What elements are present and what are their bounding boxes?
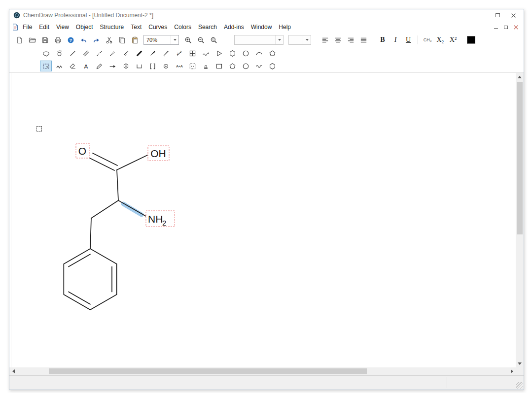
- table-tool[interactable]: [186, 48, 198, 59]
- bond-calpha-nh2[interactable]: [118, 200, 146, 216]
- zoom-selection-button[interactable]: [208, 34, 219, 45]
- help-button[interactable]: ?: [65, 34, 76, 45]
- arrow-tool[interactable]: [106, 61, 118, 71]
- dashed-bond-tool[interactable]: [93, 48, 105, 59]
- subscript-button[interactable]: X₂: [434, 34, 446, 45]
- align-right-button[interactable]: [345, 34, 356, 45]
- menu-text[interactable]: Text: [127, 22, 145, 32]
- menu-addins[interactable]: Add-ins: [220, 22, 248, 32]
- dropdown-arrow-icon[interactable]: [303, 35, 311, 44]
- align-left-button[interactable]: [319, 34, 331, 45]
- atom-label-o[interactable]: O: [78, 145, 86, 157]
- open-button[interactable]: [26, 34, 38, 45]
- redo-button[interactable]: [90, 34, 102, 45]
- bond-c-calpha[interactable]: [117, 170, 118, 200]
- bold-bond-tool[interactable]: [133, 48, 145, 59]
- menu-curves[interactable]: Curves: [145, 22, 171, 32]
- color-swatch-button[interactable]: [465, 34, 477, 45]
- orbit-select-tool[interactable]: [53, 48, 65, 59]
- menu-view[interactable]: View: [53, 22, 72, 32]
- new-document-button[interactable]: [13, 34, 25, 45]
- arc-tool[interactable]: [253, 48, 265, 59]
- circle-ring-tool[interactable]: [240, 48, 251, 59]
- scroll-down-button[interactable]: [516, 360, 524, 367]
- scroll-right-button[interactable]: [508, 367, 516, 375]
- query-bond-tool[interactable]: 22: [173, 48, 185, 59]
- horizontal-scrollbar[interactable]: [9, 367, 516, 375]
- bond-calpha-ch2[interactable]: [91, 200, 118, 218]
- marquee-tool[interactable]: [40, 61, 52, 71]
- benzene-ring[interactable]: [64, 249, 116, 310]
- menu-object[interactable]: Object: [72, 22, 97, 32]
- paste-button[interactable]: [129, 34, 141, 45]
- scroll-up-button[interactable]: [516, 73, 524, 81]
- menu-search[interactable]: Search: [195, 22, 220, 32]
- bracket-tool[interactable]: [133, 61, 145, 71]
- cut-button[interactable]: [103, 34, 115, 45]
- atom-label-nh[interactable]: NH: [148, 213, 163, 225]
- mdi-close-button[interactable]: [511, 23, 521, 32]
- chain-tool[interactable]: [53, 61, 65, 71]
- menu-file[interactable]: File: [19, 22, 35, 32]
- triangle-ring-tool[interactable]: [213, 48, 225, 59]
- menu-help[interactable]: Help: [275, 22, 294, 32]
- italic-button[interactable]: I: [390, 34, 401, 45]
- wave-shape-tool[interactable]: [253, 61, 265, 71]
- menu-window[interactable]: Window: [248, 22, 276, 32]
- dropdown-arrow-icon[interactable]: [171, 35, 178, 44]
- copy-button[interactable]: [116, 34, 128, 45]
- superscript-button[interactable]: X²: [447, 34, 459, 45]
- zoom-in-button[interactable]: [182, 34, 194, 45]
- formula-button[interactable]: CH₃: [422, 34, 433, 45]
- hexagon-shape-tool[interactable]: [266, 61, 278, 71]
- pentagon-shape-tool[interactable]: [226, 61, 238, 71]
- square-shape-tool[interactable]: [213, 61, 225, 71]
- multiple-bond-tool[interactable]: [80, 48, 92, 59]
- document-canvas[interactable]: O OH NH 2: [9, 73, 516, 367]
- font-combo[interactable]: [234, 35, 284, 45]
- size-combo[interactable]: [288, 35, 311, 45]
- stamp-tool[interactable]: [200, 61, 212, 71]
- horizontal-scroll-thumb[interactable]: [49, 368, 367, 374]
- close-button[interactable]: [507, 10, 520, 20]
- scroll-left-button[interactable]: [9, 367, 17, 375]
- atom-label-nh-subscript[interactable]: 2: [162, 219, 166, 227]
- eraser-tool[interactable]: [67, 61, 78, 71]
- atom-label-tool[interactable]: AA: [173, 61, 185, 71]
- text-tool[interactable]: A: [80, 61, 92, 71]
- hexagon-ring-tool[interactable]: [226, 48, 238, 59]
- ellipse-shape-tool[interactable]: [240, 61, 251, 71]
- underline-button[interactable]: U: [402, 34, 414, 45]
- save-button[interactable]: [39, 34, 51, 45]
- pentagon-ring-tool[interactable]: [266, 48, 278, 59]
- chemical-symbol-tool[interactable]: [160, 61, 172, 71]
- align-center-button[interactable]: [332, 34, 344, 45]
- print-button[interactable]: [52, 34, 64, 45]
- hashed-wedge-bond-tool[interactable]: [120, 48, 132, 59]
- query-marquee-tool[interactable]: [186, 61, 198, 71]
- bond-ch2-ring[interactable]: [90, 218, 91, 249]
- brackets-pair-tool[interactable]: [146, 61, 158, 71]
- wavy-bond-tool[interactable]: [200, 48, 212, 59]
- template-tool[interactable]: [120, 61, 132, 71]
- align-justify-button[interactable]: [357, 34, 369, 45]
- vertical-scrollbar[interactable]: [516, 73, 524, 367]
- mdi-minimize-button[interactable]: [491, 23, 501, 32]
- hollow-wedge-bond-tool[interactable]: [160, 48, 172, 59]
- hashed-bond-tool[interactable]: [106, 48, 118, 59]
- bold-button[interactable]: B: [377, 34, 389, 45]
- chemical-structure[interactable]: O OH NH 2: [9, 73, 516, 367]
- lasso-tool[interactable]: [40, 48, 52, 59]
- menu-structure[interactable]: Structure: [97, 22, 128, 32]
- menu-edit[interactable]: Edit: [35, 22, 53, 32]
- zoom-combo[interactable]: 70%: [143, 35, 179, 45]
- menu-colors[interactable]: Colors: [171, 22, 195, 32]
- bond-c-oh[interactable]: [117, 155, 147, 170]
- wedge-bond-tool[interactable]: [146, 48, 158, 59]
- bond-c-o-double-line2[interactable]: [93, 153, 117, 165]
- maximize-button[interactable]: [491, 10, 504, 20]
- solid-bond-tool[interactable]: [67, 48, 78, 59]
- bond-c-o-double-line1[interactable]: [90, 158, 114, 170]
- vertical-scroll-thumb[interactable]: [517, 82, 523, 234]
- dropdown-arrow-icon[interactable]: [275, 35, 283, 44]
